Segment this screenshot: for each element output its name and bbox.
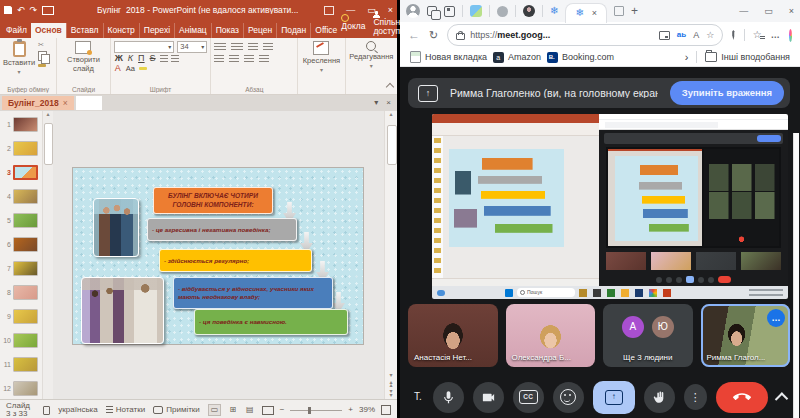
- more-bookmarks-icon[interactable]: ›: [685, 52, 689, 63]
- slide-thumb-5[interactable]: 5: [2, 209, 40, 231]
- slide-box-relations[interactable]: - відбувається у відносинах, учасники як…: [173, 277, 333, 309]
- pinned-tab-image[interactable]: [470, 5, 482, 17]
- tracking-shield-icon[interactable]: [732, 30, 734, 40]
- underline-button[interactable]: П: [137, 54, 145, 63]
- accessibility-icon[interactable]: [43, 406, 50, 415]
- tab-transitions[interactable]: Перехі: [139, 23, 174, 39]
- pinned-tab-meet-icon[interactable]: ❄: [550, 6, 558, 16]
- font-name-select[interactable]: ▾: [114, 41, 175, 53]
- empty-doc-tab[interactable]: [76, 96, 102, 110]
- tab-file[interactable]: Файл: [2, 23, 31, 39]
- mic-button[interactable]: [433, 382, 464, 413]
- slide-thumb-2[interactable]: 2: [2, 137, 40, 159]
- close-button[interactable]: ×: [789, 7, 794, 16]
- captions-button[interactable]: CC: [513, 382, 544, 413]
- save-icon[interactable]: [4, 6, 12, 14]
- tab-actions-icon[interactable]: [444, 6, 455, 17]
- strikethrough-button[interactable]: S: [149, 54, 157, 63]
- ribbon-options-icon[interactable]: [324, 6, 334, 15]
- tab-slideshow[interactable]: Показ: [211, 23, 243, 39]
- slide-thumb-1[interactable]: 1: [2, 113, 40, 135]
- slide-box-regular[interactable]: - здійснюється регулярно;: [159, 249, 312, 272]
- normal-view-button[interactable]: ▭: [208, 404, 222, 416]
- copy-icon[interactable]: [38, 51, 47, 61]
- sorter-view-button[interactable]: ⊞: [227, 405, 238, 415]
- slide-box-aggressive[interactable]: - це агресивна і негативна поведінка;: [147, 218, 297, 241]
- scrollbar-thumb[interactable]: [387, 125, 397, 165]
- highlight-icon[interactable]: [139, 67, 147, 70]
- refresh-button[interactable]: ↻: [429, 30, 438, 41]
- slide-thumb-9[interactable]: 9: [2, 305, 40, 327]
- document-tab[interactable]: Булінг_2018 ×: [2, 96, 74, 110]
- pinned-tab-gray[interactable]: [497, 6, 508, 17]
- columns-icon[interactable]: [259, 55, 269, 63]
- bookmark-new-tab[interactable]: Новая вкладка: [410, 51, 487, 63]
- stop-presenting-button[interactable]: Зупиніть враження: [670, 81, 784, 105]
- align-center-icon[interactable]: [229, 55, 239, 63]
- slide-thumb-3-selected[interactable]: 3: [2, 161, 40, 183]
- picture-in-picture-icon[interactable]: [659, 31, 670, 40]
- slideshow-icon[interactable]: [42, 6, 54, 15]
- tile-rymma-self[interactable]: … Римма Глагол...: [701, 304, 791, 367]
- bold-button[interactable]: Ж: [114, 54, 124, 63]
- active-tab[interactable]: ❄ ×: [565, 3, 607, 23]
- tile-anastasiia[interactable]: Анастасія Нет...: [408, 304, 498, 367]
- tab-office[interactable]: Office: [310, 23, 341, 39]
- bookmark-booking[interactable]: Booking.com: [547, 52, 614, 63]
- bullets-icon[interactable]: [214, 43, 226, 51]
- other-favorites[interactable]: Інші вподобання: [705, 52, 790, 62]
- tile-options-icon[interactable]: …: [767, 309, 785, 327]
- slide-thumb-7[interactable]: 7: [2, 257, 40, 279]
- reactions-button[interactable]: [553, 382, 584, 413]
- slide-thumb-8[interactable]: 8: [2, 281, 40, 303]
- back-button[interactable]: ←: [408, 29, 420, 41]
- format-painter-icon[interactable]: [38, 64, 46, 67]
- change-case-button[interactable]: Аа: [125, 65, 136, 73]
- zoom-slider[interactable]: [290, 410, 342, 411]
- zoom-level[interactable]: 39%: [359, 406, 375, 414]
- paste-button[interactable]: Вставити ▾: [3, 41, 35, 84]
- doc-tab-close-icon[interactable]: ×: [386, 99, 391, 107]
- doc-tab-dropdown-icon[interactable]: ▾: [374, 99, 378, 107]
- tell-me[interactable]: Докла: [341, 14, 365, 31]
- reading-view-button[interactable]: ▤: [244, 405, 256, 415]
- scroll-down-icon[interactable]: ▾: [389, 372, 392, 378]
- redo-icon[interactable]: ↷: [30, 6, 38, 15]
- slide-thumb-11[interactable]: 11: [2, 353, 40, 375]
- new-tab-button[interactable]: +: [631, 5, 638, 17]
- previous-slide-icon[interactable]: ▴▴: [389, 381, 392, 388]
- zoom-slider-knob[interactable]: [308, 407, 311, 414]
- tab-home[interactable]: Основ: [31, 23, 66, 39]
- italic-button[interactable]: К: [127, 54, 134, 63]
- workspaces-icon[interactable]: [427, 6, 437, 16]
- settings-more-icon[interactable]: …: [771, 31, 780, 40]
- close-doc-icon[interactable]: ×: [63, 99, 68, 108]
- font-size-select[interactable]: 34▾: [177, 41, 207, 53]
- favorites-icon[interactable]: ☆: [753, 30, 762, 40]
- slide-thumb-10[interactable]: 10: [2, 329, 40, 351]
- text-effects-icon[interactable]: [171, 55, 179, 63]
- char-spacing-icon[interactable]: [160, 55, 168, 63]
- tab-review[interactable]: Рецен: [243, 23, 276, 39]
- browser-scrollbar[interactable]: [793, 133, 799, 418]
- cut-icon[interactable]: ✂: [38, 41, 47, 48]
- zoom-out-button[interactable]: −: [280, 406, 285, 414]
- slide-thumb-4[interactable]: 4: [2, 185, 40, 207]
- zoom-in-button[interactable]: +: [348, 406, 353, 414]
- pinned-tab-avatar[interactable]: [523, 5, 535, 17]
- copilot-icon[interactable]: [789, 29, 792, 42]
- tab-insert[interactable]: Вставл: [66, 23, 103, 39]
- indent-icon[interactable]: [248, 43, 258, 51]
- editing-button[interactable]: Редагування ▾: [349, 41, 394, 69]
- fit-slide-icon[interactable]: [381, 405, 391, 415]
- profile-avatar[interactable]: [406, 4, 420, 18]
- slide-thumb-6[interactable]: 6: [2, 233, 40, 255]
- present-button-active[interactable]: ↑: [593, 381, 635, 414]
- tile-oleksandra[interactable]: Олександра Б...: [506, 304, 596, 367]
- leave-call-button[interactable]: [716, 382, 768, 413]
- tab-design[interactable]: Констр: [103, 23, 139, 39]
- shared-screen-preview[interactable]: Пошук: [432, 114, 788, 299]
- tab-search-icon[interactable]: [614, 6, 624, 16]
- line-spacing-icon[interactable]: [263, 43, 273, 51]
- font-color-button[interactable]: А: [114, 64, 122, 73]
